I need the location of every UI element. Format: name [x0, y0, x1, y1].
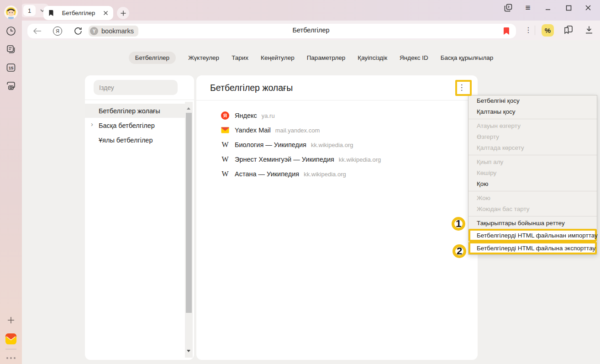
nav-tab-history[interactable]: Тарих	[232, 54, 248, 61]
hamburger-glyph: ≡	[525, 3, 530, 13]
window-close-button[interactable]	[583, 3, 593, 13]
wikipedia-favicon: W	[221, 141, 228, 149]
add-panel-icon[interactable]	[5, 314, 17, 326]
window-minimize-button[interactable]	[543, 3, 553, 13]
settings-nav: Бетбелгілер Жүктеулер Тарих Кеңейтулер П…	[22, 51, 600, 64]
bookmark-icon	[48, 10, 54, 16]
menu-item-cut: Қиып алу	[468, 157, 597, 168]
bookmark-url: ya.ru	[262, 112, 275, 119]
folders-panel: Бетбелгілер жолағы › Басқа бетбелгілер Ұ…	[85, 75, 194, 360]
bookmark-url: kk.wikipedia.org	[304, 171, 346, 178]
bookmark-flag-icon[interactable]	[503, 27, 510, 35]
tab-strip: 1 Бетбелгілер ≡	[22, 0, 600, 21]
step-number: 1	[456, 218, 461, 230]
menu-item-undo-delete: Жоюдан бас тарту	[468, 204, 597, 215]
download-icon[interactable]	[583, 24, 595, 36]
menu-divider	[468, 155, 597, 155]
bookmark-name: Yandex Mail	[235, 127, 271, 134]
sidebar-item-bookmarks-bar[interactable]: Бетбелгілер жолағы	[85, 104, 185, 118]
toolbar: Я Y bookmarks Бетбелгілер ⋮ %	[22, 21, 600, 40]
menu-item-export-html[interactable]: Бетбелгілерді HTML файлына экспорттау	[468, 242, 597, 254]
menu-item-add-folder[interactable]: Қалтаны қосу	[468, 106, 597, 117]
yandex-glyph: Я	[56, 28, 59, 34]
calendar-icon[interactable]: 15	[5, 62, 17, 74]
toolbar-kebab-icon[interactable]: ⋮	[522, 24, 534, 36]
scroll-up-icon[interactable]	[187, 107, 190, 110]
yandex-mail-app-icon[interactable]	[5, 332, 17, 346]
side-panels-icon[interactable]	[503, 3, 513, 13]
bookmark-row[interactable]: W Биология — Уикипедия kk.wikipedia.org	[196, 137, 478, 152]
menu-item-add-bookmark[interactable]: Бетбелгіні қосу	[468, 95, 597, 106]
history-icon[interactable]	[5, 25, 17, 37]
bookmark-url: kk.wikipedia.org	[339, 156, 381, 163]
yandex-search-icon[interactable]: Я	[53, 26, 62, 36]
wikipedia-favicon: W	[221, 170, 228, 178]
screenshot-icon[interactable]	[5, 80, 17, 92]
context-menu: Бетбелгіні қосу Қалтаны қосу Атауын өзге…	[468, 95, 597, 255]
scrollbar[interactable]	[185, 102, 193, 358]
collections-icon[interactable]	[563, 24, 574, 36]
bookmark-name: Эрнест Хемингуэй — Уикипедия	[235, 156, 334, 163]
menu-divider	[468, 119, 597, 119]
menu-item-edit: Өзгерту	[468, 132, 597, 142]
menu-item-paste[interactable]: Қою	[468, 179, 597, 190]
bookmark-row[interactable]: W Астана — Уикипедия kk.wikipedia.org	[196, 167, 478, 181]
nav-tab-security[interactable]: Қауіпсіздік	[358, 54, 387, 61]
menu-item-sort-by-topics[interactable]: Тақырыптары бойынша реттеу	[468, 218, 597, 229]
bookmark-name: Яндекс	[235, 112, 257, 119]
new-tab-button[interactable]	[117, 7, 129, 19]
toolbar-divider	[535, 26, 535, 35]
window-maximize-button[interactable]	[563, 3, 574, 13]
bookmark-url: kk.wikipedia.org	[311, 142, 353, 148]
active-tab[interactable]: Бетбелгілер	[43, 6, 113, 20]
panel-divider	[196, 100, 478, 100]
kebab-glyph: ⋮	[525, 26, 532, 34]
wikipedia-favicon: W	[221, 155, 228, 164]
chevron-right-icon[interactable]: ›	[91, 120, 93, 128]
address-bar[interactable]: Я Y bookmarks	[27, 24, 516, 38]
site-chip[interactable]: Y bookmarks	[89, 26, 138, 37]
nav-tab-yandex-id[interactable]: Яндекс ID	[400, 54, 428, 61]
bookmark-row[interactable]: Я Яндекс ya.ru	[196, 108, 478, 123]
user-avatar[interactable]	[4, 5, 18, 19]
bookmark-list: Я Яндекс ya.ru Yandex Mail mail.yandex.c…	[196, 108, 478, 181]
bookmark-url: mail.yandex.com	[275, 127, 320, 134]
bookmark-row[interactable]: W Эрнест Хемингуэй — Уикипедия kk.wikipe…	[196, 152, 478, 167]
percent-badge-icon[interactable]: %	[542, 24, 554, 37]
more-options-icon[interactable]	[5, 352, 17, 364]
nav-tab-settings[interactable]: Параметрлер	[307, 54, 346, 61]
page-content: Бетбелгілер Жүктеулер Тарих Кеңейтулер П…	[22, 40, 600, 364]
percent-glyph: %	[545, 26, 551, 34]
rail-divider	[5, 349, 16, 349]
nav-tab-extensions[interactable]: Кеңейтулер	[261, 54, 295, 61]
nav-tab-bookmarks[interactable]: Бетбелгілер	[129, 52, 176, 64]
nav-tab-other-devices[interactable]: Басқа құрылғылар	[441, 54, 494, 61]
nav-tab-downloads[interactable]: Жүктеулер	[188, 54, 219, 61]
annotation-step-2: 2	[453, 244, 466, 258]
sidebar-item-label: Басқа бетбелгілер	[99, 122, 155, 129]
menu-item-show-in-folder: Қалтада көрсету	[468, 142, 597, 153]
sidebar-item-other-bookmarks[interactable]: › Басқа бетбелгілер	[85, 118, 185, 132]
close-tab-icon[interactable]	[103, 10, 109, 16]
menu-item-import-html[interactable]: Бетбелгілерді HTML файлынан импорттау	[468, 229, 597, 242]
menu-item-copy: Көшіру	[468, 168, 597, 179]
scroll-down-icon[interactable]	[187, 350, 190, 352]
mail-favicon	[221, 126, 230, 135]
search-input[interactable]	[94, 80, 178, 95]
url-text: bookmarks	[101, 27, 134, 35]
tab-title: Бетбелгілер	[54, 10, 103, 16]
bookmark-name: Астана — Уикипедия	[235, 170, 299, 178]
panel-title: Бетбелгілер жолағы	[210, 83, 293, 93]
calendar-day: 15	[9, 65, 14, 70]
step-number: 2	[457, 245, 462, 257]
bookmark-row[interactable]: Yandex Mail mail.yandex.com	[196, 123, 478, 137]
bookmarks-panel: Бетбелгілер жолағы ⋮ Я Яндекс ya.ru Yand…	[196, 75, 478, 360]
sidebar-item-mobile-bookmarks[interactable]: Ұялы бетбелгілер	[85, 133, 185, 147]
scrollbar-thumb[interactable]	[186, 113, 192, 313]
plus-icon	[120, 10, 126, 16]
browser-menu-icon[interactable]: ≡	[523, 3, 533, 13]
refresh-icon[interactable]	[74, 27, 82, 35]
back-icon[interactable]	[33, 27, 42, 35]
tab-count: 1	[23, 5, 36, 16]
feed-icon[interactable]	[5, 43, 17, 55]
